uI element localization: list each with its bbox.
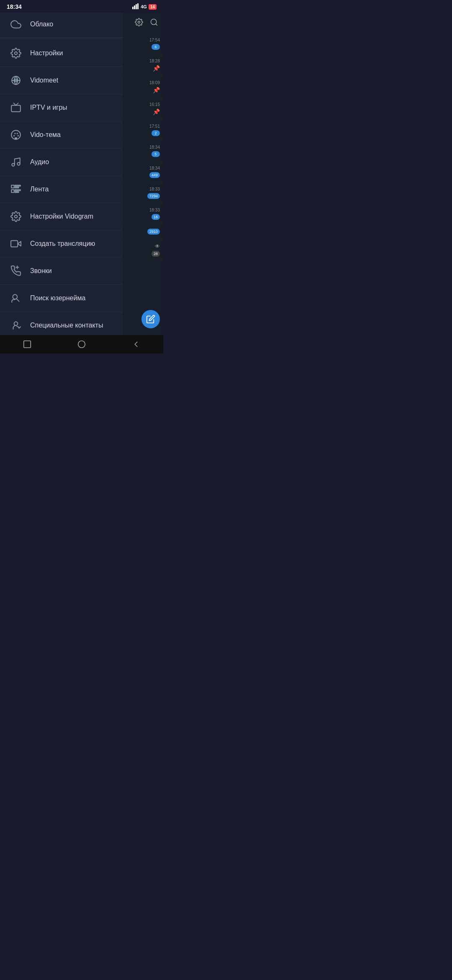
chat-item-5[interactable]: 17:51 2	[123, 120, 164, 141]
svg-rect-21	[15, 191, 19, 192]
chat-badge-11: 28	[152, 251, 160, 257]
vidotheme-label: Vido-тема	[30, 131, 61, 139]
audio-label: Аудио	[30, 158, 49, 166]
chat-badge-1: 6	[152, 44, 160, 50]
svg-line-27	[17, 299, 19, 302]
chat-item-4[interactable]: 16:15 📌	[123, 98, 164, 120]
svg-point-42	[138, 21, 140, 23]
search-user-icon	[8, 291, 23, 306]
vidogram-settings-label: Настройки Vidogram	[30, 213, 93, 220]
svg-point-22	[15, 215, 18, 218]
chat-badge-6: 5	[152, 151, 160, 157]
chat-item-11[interactable]: 👁 28	[123, 239, 164, 261]
chat-item-1[interactable]: 17:54 6	[123, 34, 164, 54]
chat-time-3: 18:09	[149, 80, 160, 85]
menu-item-search-username[interactable]: Поиск юзернейма	[0, 285, 123, 312]
svg-point-46	[78, 341, 85, 348]
status-icons: 4G 14	[132, 3, 157, 10]
menu-item-feed[interactable]: Лента	[0, 176, 123, 203]
svg-rect-19	[11, 190, 14, 193]
phone-icon	[8, 263, 23, 279]
chat-time-9: 18:33	[149, 208, 160, 212]
camera-icon	[8, 236, 23, 251]
create-broadcast-label: Создать трансляцию	[30, 240, 95, 248]
svg-rect-18	[15, 187, 19, 188]
gear-icon[interactable]	[135, 18, 143, 28]
nav-home-button[interactable]	[73, 336, 90, 353]
svg-rect-45	[24, 341, 31, 348]
right-panel: 17:54 6 18:28 📌 18:09 📌 16:15 📌 17:51 2 …	[123, 13, 164, 353]
chat-item-9[interactable]: 18:33 16	[123, 204, 164, 224]
feed-label: Лента	[30, 186, 49, 193]
menu-item-create-broadcast[interactable]: Создать трансляцию	[0, 230, 123, 258]
svg-rect-8	[11, 106, 21, 112]
pin-icon-3: 📌	[153, 108, 160, 115]
chat-badge-7: 449	[149, 172, 160, 178]
nav-back-button[interactable]	[128, 336, 144, 353]
svg-point-11	[14, 133, 15, 134]
right-header	[123, 13, 164, 34]
tv-icon	[8, 100, 23, 115]
svg-point-10	[13, 135, 15, 137]
chat-time-4: 16:15	[149, 102, 160, 107]
chat-time-7: 18:34	[149, 166, 160, 170]
nav-square-button[interactable]	[19, 336, 36, 353]
music-icon	[8, 155, 23, 170]
svg-rect-2	[136, 4, 137, 9]
settings-icon	[8, 46, 23, 61]
menu-item-cloud[interactable]: Облако	[0, 13, 123, 36]
bottom-nav	[0, 335, 163, 353]
chat-item-2[interactable]: 18:28 📌	[123, 54, 164, 76]
chat-badge-9: 16	[152, 214, 160, 220]
svg-rect-17	[15, 185, 21, 186]
menu-item-calls[interactable]: Звонки	[0, 258, 123, 285]
svg-point-12	[17, 133, 18, 134]
chat-item-6[interactable]: 18:34 5	[123, 141, 164, 162]
chat-item-8[interactable]: 18:33 7294	[123, 183, 164, 204]
calls-label: Звонки	[30, 267, 52, 275]
chat-item-7[interactable]: 18:34 449	[123, 162, 164, 183]
menu-item-vidogram-settings[interactable]: Настройки Vidogram	[0, 203, 123, 230]
menu-item-audio[interactable]: Аудио	[0, 149, 123, 176]
svg-rect-0	[132, 7, 134, 9]
svg-point-4	[15, 52, 18, 55]
svg-point-14	[12, 163, 15, 166]
menu-item-vidomeet[interactable]: Vidomeet	[0, 67, 123, 94]
chat-item-10[interactable]: 2910	[123, 224, 164, 239]
svg-rect-3	[137, 3, 139, 9]
search-icon[interactable]	[150, 18, 158, 28]
status-time: 18:34	[7, 3, 22, 10]
svg-point-26	[13, 294, 17, 299]
compose-fab[interactable]	[141, 310, 160, 328]
chat-item-3[interactable]: 18:09 📌	[123, 76, 164, 98]
svg-point-15	[17, 162, 20, 165]
svg-point-13	[18, 135, 19, 137]
feed-icon	[8, 182, 23, 197]
iptv-label: IPTV и игры	[30, 104, 67, 111]
pin-icon-1: 📌	[153, 65, 160, 72]
cloud-icon	[8, 17, 23, 32]
menu-item-settings[interactable]: Настройки	[0, 40, 123, 67]
svg-rect-20	[15, 190, 21, 191]
menu-item-vidotheme[interactable]: Vido-тема	[0, 121, 123, 149]
svg-rect-16	[11, 185, 14, 188]
menu-item-iptv[interactable]: IPTV и игры	[0, 94, 123, 121]
drawer: Облако Настройки Vid	[0, 13, 123, 353]
chat-time-6: 18:34	[149, 145, 160, 150]
search-username-label: Поиск юзернейма	[30, 294, 85, 302]
battery-icon: 14	[149, 4, 157, 10]
svg-point-28	[14, 322, 18, 325]
chat-badge-8: 7294	[147, 193, 160, 199]
svg-rect-1	[134, 5, 135, 9]
main-screen: Облако Настройки Vid	[0, 13, 163, 353]
status-bar: 18:34 4G 14	[0, 0, 163, 13]
chat-time-2: 18:28	[149, 59, 160, 63]
chat-time-5: 17:51	[149, 124, 160, 129]
network-type: 4G	[141, 4, 147, 9]
chat-badge-5: 2	[152, 130, 160, 136]
chat-badge-10: 2910	[147, 229, 160, 235]
pin-icon-2: 📌	[153, 87, 160, 93]
cloud-label: Облако	[30, 21, 53, 28]
settings-label: Настройки	[30, 49, 63, 57]
svg-rect-23	[11, 240, 18, 247]
